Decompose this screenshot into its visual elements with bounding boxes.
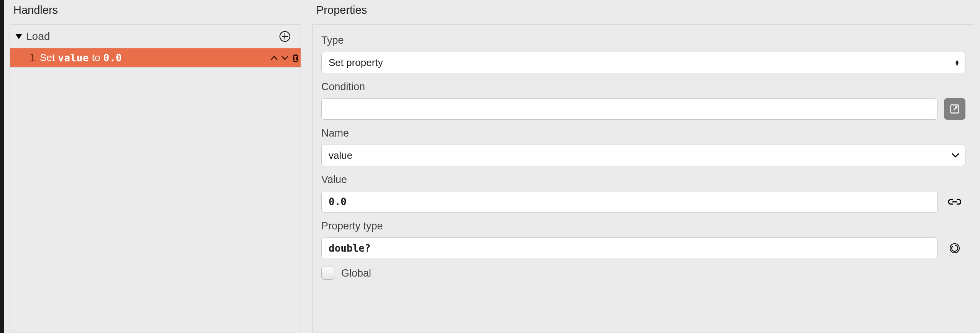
delete-icon[interactable] xyxy=(292,54,299,62)
left-drag-gutter xyxy=(0,0,4,333)
action-var: value xyxy=(56,52,90,64)
handlers-title: Handlers xyxy=(13,4,301,16)
link-value-button[interactable] xyxy=(944,191,965,213)
type-select[interactable]: Set property ▲▼ xyxy=(321,52,965,73)
handlers-panel: Load 1 Set value to 0.0 xyxy=(10,24,301,333)
global-checkbox[interactable] xyxy=(321,267,334,280)
handler-name: Load xyxy=(26,30,50,43)
open-condition-editor-button[interactable] xyxy=(944,98,965,120)
type-select-value: Set property xyxy=(329,57,383,69)
name-label: Name xyxy=(321,127,965,139)
handler-header-row[interactable]: Load xyxy=(10,25,301,48)
refresh-type-button[interactable] xyxy=(944,237,965,259)
value-label: Value xyxy=(321,174,965,186)
properties-panel: Type Set property ▲▼ Condition xyxy=(312,24,974,333)
action-value: 0.0 xyxy=(102,52,123,64)
type-label: Type xyxy=(321,35,965,46)
condition-input[interactable] xyxy=(321,98,938,120)
name-value: value xyxy=(329,150,352,162)
global-label: Global xyxy=(341,267,371,279)
handler-action-row[interactable]: 1 Set value to 0.0 xyxy=(10,48,301,68)
condition-label: Condition xyxy=(321,81,965,93)
collapse-triangle-icon[interactable] xyxy=(15,34,22,39)
value-input[interactable]: 0.0 xyxy=(321,191,938,213)
handlers-body-empty xyxy=(10,68,301,333)
svg-marker-0 xyxy=(15,34,22,39)
move-up-icon[interactable] xyxy=(270,55,278,61)
updown-caret-icon: ▲▼ xyxy=(954,59,960,66)
property-type-label: Property type xyxy=(321,220,965,232)
property-type-value: double? xyxy=(329,242,371,254)
chevron-down-icon xyxy=(951,153,960,158)
property-type-input[interactable]: double? xyxy=(321,237,938,259)
action-verb: Set xyxy=(38,52,56,64)
line-number: 1 xyxy=(10,52,38,64)
add-handler-button[interactable] xyxy=(269,25,301,48)
move-down-icon[interactable] xyxy=(281,55,289,61)
action-keyword: to xyxy=(90,52,102,64)
value-text: 0.0 xyxy=(329,196,347,208)
properties-title: Properties xyxy=(316,4,974,16)
name-select[interactable]: value xyxy=(321,145,965,166)
